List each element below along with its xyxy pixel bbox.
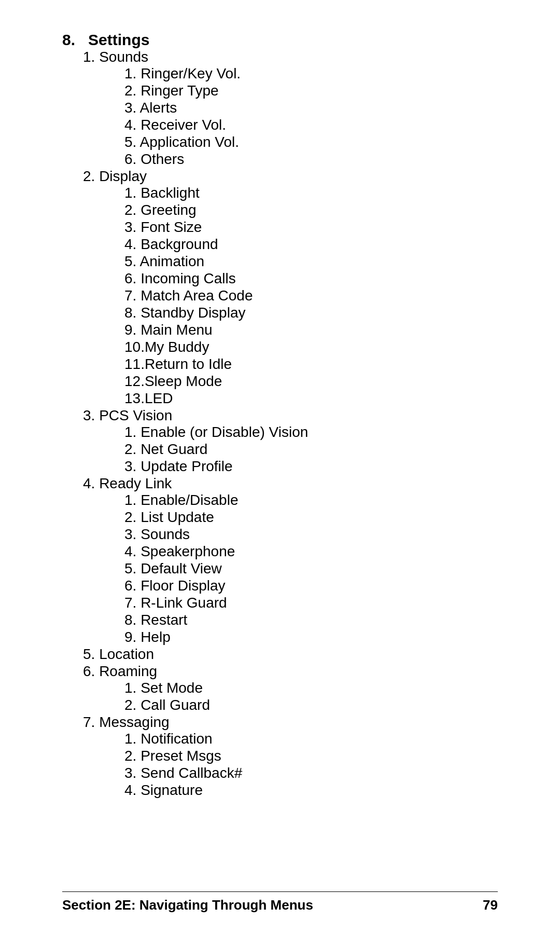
list-item: 6. Roaming 1. Set Mode 2. Call Guard [83,663,498,713]
item-number: 2. [124,202,141,218]
list-item: 3. Alerts [124,100,498,116]
sub-sub-menu-list: 1. Enable/Disable 2. List Update 3. Soun… [124,492,498,645]
item-label: Notification [141,731,213,747]
list-item: 3. Sounds [124,526,498,543]
item-number: 1. [124,731,141,747]
item-number: 2. [124,83,141,99]
item-number: 5. [83,646,99,662]
item-number: 2. [124,697,141,713]
list-item: 6. Others [124,151,498,168]
main-item: 8. Settings 1. Sounds 1. Ringer/Key Vol.… [62,31,498,799]
item-number: 1. [124,424,141,440]
item-number: 1. [124,680,141,696]
item-number: 8. [124,612,141,628]
list-item: 7. Messaging 1. Notification 2. Preset M… [83,714,498,799]
item-number: 10. [124,339,145,355]
list-item: 1. Sounds 1. Ringer/Key Vol. 2. Ringer T… [83,49,498,168]
list-item: 5. Location [83,646,498,663]
item-number: 3. [124,219,141,235]
footer-section-label: Section 2E: Navigating Through Menus [62,897,313,913]
item-label: Enable/Disable [141,492,238,508]
list-item: 2. Display 1. Backlight 2. Greeting 3. F… [83,168,498,407]
item-number: 2. [124,748,141,764]
list-item: 2. Ringer Type [124,83,498,99]
list-item: 2. List Update [124,509,498,526]
sub-sub-menu-list: 1. Set Mode 2. Call Guard [124,680,498,713]
item-label: Ringer Type [141,83,218,99]
item-label: Application Vol. [140,134,239,150]
list-item: 6. Floor Display [124,578,498,594]
item-number: 2. [124,441,141,457]
item-number: 9. [124,629,141,645]
list-item: 3. PCS Vision 1. Enable (or Disable) Vis… [83,407,498,475]
item-label: Font Size [141,219,202,235]
list-item: 1. Backlight [124,185,498,201]
item-number: 4. [124,117,141,133]
list-item: 8. Standby Display [124,305,498,321]
item-label: Backlight [141,185,200,201]
item-label: Help [141,629,171,645]
item-number: 3. [124,526,141,542]
item-label: Set Mode [141,680,203,696]
item-number: 3. [124,765,141,781]
item-label: Animation [140,253,205,269]
page-content: 8. Settings 1. Sounds 1. Ringer/Key Vol.… [0,0,560,841]
list-item: 5. Application Vol. [124,134,498,150]
list-item: 2. Call Guard [124,697,498,713]
item-label: Match Area Code [141,287,253,304]
footer-page-number: 79 [483,897,498,913]
item-number: 7. [83,714,99,730]
item-label: Ringer/Key Vol. [141,65,241,81]
item-number: 2. [124,509,141,525]
item-label: Default View [141,560,222,576]
item-number: 9. [124,322,141,338]
item-number: 6. [124,578,141,594]
item-number: 11. [124,356,145,372]
item-label: PCS Vision [99,407,172,423]
item-label: Alerts [140,100,177,116]
list-item: 4. Signature [124,782,498,799]
item-label: My Buddy [145,339,209,355]
item-label: Messaging [99,714,169,730]
item-number: 5. [124,134,140,150]
list-item: 4. Background [124,236,498,253]
item-label: LED [145,390,173,406]
item-number: 8. [124,305,141,321]
sub-sub-menu-list: 1. Notification 2. Preset Msgs 3. Send C… [124,731,498,799]
item-label: Return to Idle [145,356,232,372]
item-number: 1. [124,185,141,201]
list-item: 1. Set Mode [124,680,498,696]
list-item: 1. Notification [124,731,498,747]
item-number: 6. [124,151,141,167]
item-label: Speakerphone [141,543,235,559]
list-item: 6. Incoming Calls [124,270,498,287]
item-label: Restart [141,612,187,628]
list-item: 5. Default View [124,560,498,577]
sub-sub-menu-list: 1. Backlight 2. Greeting 3. Font Size 4.… [124,185,498,407]
item-label: Receiver Vol. [141,117,226,133]
item-number: 6. [83,663,99,679]
item-label: Update Profile [141,458,232,474]
main-item-label: 8. Settings [62,31,149,48]
list-item: 2. Net Guard [124,441,498,458]
list-item: 5. Animation [124,253,498,270]
item-number: 6. [124,270,141,286]
item-label: Greeting [141,202,196,218]
item-label: Call Guard [141,697,210,713]
item-number: 3. [124,458,141,474]
item-label: Incoming Calls [141,270,236,286]
list-item: 8. Restart [124,612,498,628]
item-number: 1. [124,492,141,508]
list-item: 1. Enable (or Disable) Vision [124,424,498,441]
item-label: Signature [141,782,203,798]
item-label: Display [99,168,147,184]
item-label: Background [141,236,218,252]
item-label: Standby Display [141,305,245,321]
item-number: 4. [124,543,141,559]
item-number: 7. [124,595,141,611]
item-number: 2. [83,168,99,184]
sub-sub-menu-list: 1. Ringer/Key Vol. 2. Ringer Type 3. Ale… [124,65,498,168]
main-item-title: Settings [88,31,149,48]
item-number: 1. [124,65,141,81]
item-label: Sounds [141,526,190,542]
